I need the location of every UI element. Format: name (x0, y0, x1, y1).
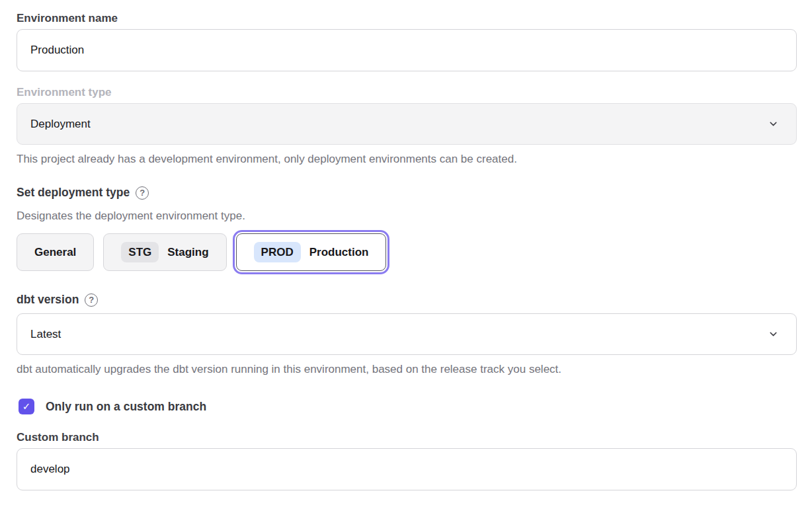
check-icon: ✓ (22, 401, 31, 412)
custom-branch-checkbox[interactable]: ✓ (19, 399, 34, 414)
deployment-type-production-button[interactable]: PROD Production (236, 233, 387, 271)
environment-type-helper-text: This project already has a development e… (17, 153, 797, 166)
deployment-type-staging-label: Staging (167, 246, 208, 259)
chevron-down-icon (768, 118, 779, 130)
staging-badge: STG (121, 242, 159, 262)
deployment-type-staging-button[interactable]: STG Staging (103, 233, 226, 271)
custom-branch-input[interactable] (17, 448, 797, 490)
environment-settings-form: Environment name Environment type Deploy… (17, 12, 797, 490)
environment-type-value: Deployment (30, 118, 91, 131)
help-icon[interactable]: ? (136, 186, 149, 200)
custom-branch-label: Custom branch (17, 431, 797, 444)
deployment-type-options: General STG Staging PROD Production (17, 231, 797, 273)
custom-branch-checkbox-label: Only run on a custom branch (46, 400, 206, 414)
dbt-version-heading: dbt version (17, 293, 79, 307)
environment-name-label: Environment name (17, 12, 797, 25)
dbt-version-value: Latest (30, 328, 61, 341)
deployment-type-general-button[interactable]: General (17, 233, 94, 271)
dbt-version-select[interactable]: Latest (17, 313, 797, 355)
deployment-type-production-label: Production (309, 246, 369, 259)
chevron-down-icon (768, 329, 779, 340)
environment-name-input[interactable] (17, 29, 797, 71)
dbt-version-helper-text: dbt automatically upgrades the dbt versi… (17, 363, 797, 376)
deployment-type-heading: Set deployment type (17, 186, 130, 200)
help-icon[interactable]: ? (85, 293, 98, 307)
deployment-type-description: Designates the deployment environment ty… (17, 210, 797, 223)
environment-type-select: Deployment (17, 103, 797, 145)
production-badge: PROD (254, 242, 301, 262)
environment-type-label: Environment type (17, 86, 797, 99)
deployment-type-general-label: General (34, 246, 76, 259)
